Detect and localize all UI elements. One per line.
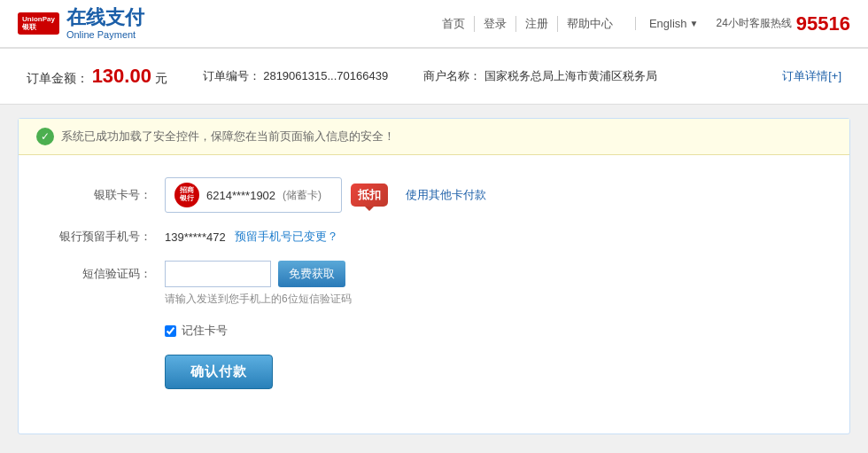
- nav-home[interactable]: 首页: [433, 16, 475, 32]
- logo-area: UnionPay 银联 在线支付 Online Payment: [18, 6, 144, 42]
- header: UnionPay 银联 在线支付 Online Payment 首页 登录 注册…: [0, 0, 868, 49]
- hotline-label: 24小时客服热线: [716, 16, 791, 31]
- site-title: 在线支付: [66, 6, 144, 29]
- confirm-button-row: 确认付款: [165, 355, 823, 389]
- card-label: 银联卡号：: [45, 187, 151, 203]
- phone-number: 139*****472: [165, 230, 226, 244]
- phone-label: 银行预留手机号：: [45, 229, 151, 245]
- amount-value: 130.00: [92, 65, 151, 87]
- bank-card-row: 银联卡号： 招商银行 6214****1902 (储蓄卡) 抵扣 使用其他卡付款: [45, 177, 823, 213]
- main-content: ✓ 系统已成功加载了安全控件，保障您在当前页面输入信息的安全！ 银联卡号： 招商…: [18, 118, 850, 434]
- language-label[interactable]: English: [649, 17, 687, 30]
- sms-label: 短信验证码：: [45, 266, 151, 282]
- chevron-down-icon: ▼: [690, 19, 699, 28]
- security-text: 系统已成功加载了安全控件，保障您在当前页面输入信息的安全！: [61, 129, 395, 144]
- discount-text: 抵扣: [358, 188, 381, 201]
- nav-register[interactable]: 注册: [516, 16, 558, 32]
- phone-row: 银行预留手机号： 139*****472 预留手机号已变更？: [45, 229, 823, 245]
- form-area: 银联卡号： 招商银行 6214****1902 (储蓄卡) 抵扣 使用其他卡付款…: [19, 155, 849, 407]
- unionpay-logo: UnionPay 银联: [18, 12, 59, 35]
- check-circle-icon: ✓: [36, 128, 54, 145]
- remember-card-checkbox[interactable]: [165, 325, 176, 337]
- amount-unit: 元: [155, 71, 167, 85]
- sms-row: 短信验证码： 免费获取 请输入发送到您手机上的6位短信验证码: [45, 261, 823, 307]
- order-number-label: 订单编号：: [203, 69, 260, 82]
- nav-help[interactable]: 帮助中心: [558, 16, 622, 32]
- order-bar: 订单金额： 130.00 元 订单编号： 2819061315...701664…: [0, 49, 868, 105]
- merchant-name: 商户名称： 国家税务总局上海市黄浦区税务局: [423, 68, 657, 84]
- merchant-value: 国家税务总局上海市黄浦区税务局: [484, 69, 657, 82]
- card-type: (储蓄卡): [283, 188, 322, 203]
- remember-card-label[interactable]: 记住卡号: [182, 323, 228, 339]
- hotline-area: 24小时客服热线 95516: [716, 12, 850, 35]
- sms-input[interactable]: [165, 261, 271, 287]
- phone-change-link[interactable]: 预留手机号已变更？: [235, 229, 338, 245]
- get-sms-button[interactable]: 免费获取: [278, 261, 345, 287]
- bank-card-selector[interactable]: 招商银行 6214****1902 (储蓄卡): [165, 177, 342, 213]
- other-card-link[interactable]: 使用其他卡付款: [406, 187, 486, 203]
- language-selector[interactable]: English ▼: [635, 17, 699, 30]
- confirm-pay-button[interactable]: 确认付款: [165, 355, 273, 389]
- security-notice: ✓ 系统已成功加载了安全控件，保障您在当前页面输入信息的安全！: [19, 119, 849, 155]
- sms-hint: 请输入发送到您手机上的6位短信验证码: [165, 292, 352, 307]
- order-number: 订单编号： 2819061315...70166439: [203, 68, 389, 84]
- card-number: 6214****1902: [206, 189, 275, 202]
- amount-label: 订单金额：: [27, 71, 89, 85]
- hotline-number: 95516: [796, 12, 850, 35]
- discount-badge[interactable]: 抵扣: [351, 184, 388, 207]
- remember-card-row: 记住卡号: [165, 323, 823, 339]
- bank-logo: 招商银行: [174, 183, 199, 207]
- merchant-label: 商户名称：: [423, 69, 481, 82]
- order-number-value: 2819061315...70166439: [263, 69, 388, 82]
- order-detail-link[interactable]: 订单详情[+]: [782, 68, 841, 84]
- site-subtitle: Online Payment: [66, 29, 144, 41]
- main-nav: 首页 登录 注册 帮助中心: [433, 16, 622, 32]
- nav-login[interactable]: 登录: [475, 16, 516, 32]
- order-amount: 订单金额： 130.00 元: [27, 65, 167, 88]
